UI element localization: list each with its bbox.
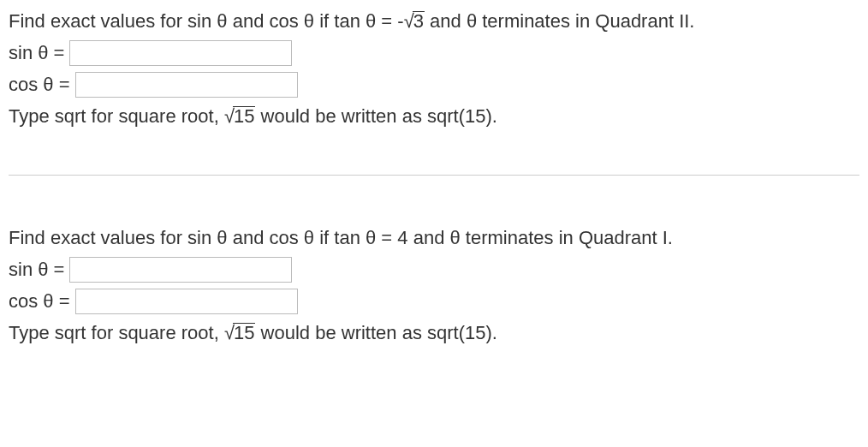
sin-label: sin θ = xyxy=(9,255,64,283)
hint-2: Type sqrt for square root, √15 would be … xyxy=(9,319,859,347)
sin-input-1[interactable] xyxy=(69,40,292,66)
cos-label: cos θ = xyxy=(9,287,70,315)
sin-input-2[interactable] xyxy=(69,257,292,283)
problem-1: Find exact values for sin θ and cos θ if… xyxy=(9,7,859,175)
cos-input-2[interactable] xyxy=(75,289,298,314)
hint-suffix: would be written as sqrt(15). xyxy=(255,322,496,343)
hint-prefix: Type sqrt for square root, xyxy=(9,105,224,127)
cos-row-1: cos θ = xyxy=(9,70,859,98)
cos-label: cos θ = xyxy=(9,70,70,98)
cos-input-1[interactable] xyxy=(75,72,298,98)
radicand: 15 xyxy=(233,106,255,126)
question-text-2: Find exact values for sin θ and cos θ if… xyxy=(9,224,859,252)
sin-label: sin θ = xyxy=(9,39,64,67)
sin-row-2: sin θ = xyxy=(9,255,859,283)
question-suffix: and θ terminates in Quadrant II. xyxy=(425,10,695,32)
sqrt-icon: √15 xyxy=(224,102,256,130)
hint-suffix: would be written as sqrt(15). xyxy=(255,105,496,127)
sqrt-icon: √3 xyxy=(404,7,425,35)
radicand: 3 xyxy=(413,11,425,31)
cos-row-2: cos θ = xyxy=(9,287,859,315)
sin-row-1: sin θ = xyxy=(9,39,859,67)
hint-prefix: Type sqrt for square root, xyxy=(9,322,224,343)
problem-2: Find exact values for sin θ and cos θ if… xyxy=(9,176,859,391)
radicand: 15 xyxy=(233,323,255,343)
question-text-1: Find exact values for sin θ and cos θ if… xyxy=(9,7,859,35)
sqrt-icon: √15 xyxy=(224,319,256,347)
question-prefix: Find exact values for sin θ and cos θ if… xyxy=(9,10,404,32)
hint-1: Type sqrt for square root, √15 would be … xyxy=(9,102,859,130)
